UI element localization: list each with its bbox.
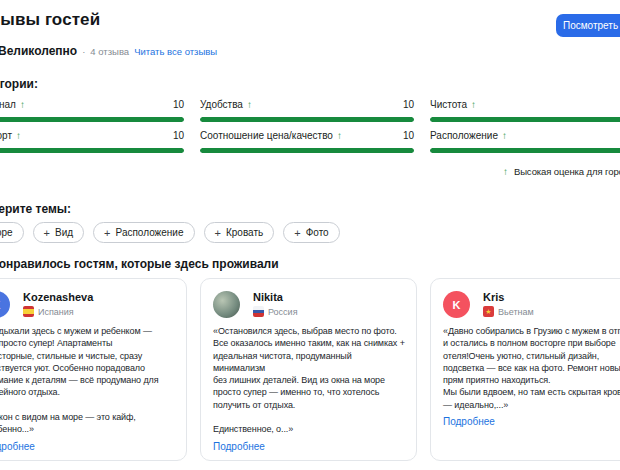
review-text: «Остановился здесь, выбрав место по фото…	[213, 325, 406, 436]
separator-dot: ·	[82, 46, 85, 57]
category-value: 10	[403, 99, 414, 110]
page: Отзывы гостей Посмотреть места Великолеп…	[0, 0, 620, 470]
reviews-count: 4 отзыва	[90, 46, 129, 57]
theme-pill-view[interactable]: + Вид	[33, 222, 85, 243]
avatar: K	[443, 291, 470, 318]
reviewer-name: Nikita	[253, 291, 298, 304]
up-arrow-icon: ↑	[16, 130, 21, 141]
category-label: Соотношение цена/качество	[200, 130, 333, 141]
review-card: K Kozenasheva Испания «Отдыхали здесь с …	[0, 278, 187, 461]
high-rating-note: ↑ Высокая оценка для города Кобулети	[503, 166, 620, 177]
reviewer-name: Kris	[483, 291, 534, 304]
rating-bar	[0, 148, 184, 153]
review-text: «Давно собирались в Грузию с мужем в отп…	[443, 325, 620, 411]
themes-label: Выберите темы:	[0, 202, 71, 216]
review-cards: K Kozenasheva Испания «Отдыхали здесь с …	[0, 278, 620, 461]
russia-flag-icon	[253, 306, 264, 317]
review-card: K Kris ★ Вьетнам «Давно собирались в Гру…	[430, 278, 620, 461]
theme-pill-location[interactable]: + Расположение	[93, 222, 194, 243]
review-text: «Отдыхали здесь с мужем и ребенком — это…	[0, 325, 176, 436]
avatar: K	[0, 291, 10, 318]
avatar-photo	[213, 291, 240, 318]
theme-pills: + Море + Вид + Расположение + Кровать + …	[0, 222, 340, 243]
up-arrow-icon: ↑	[471, 99, 476, 110]
category-label: Удобства	[200, 99, 243, 110]
up-arrow-icon: ↑	[20, 99, 25, 110]
rating-bar	[0, 117, 184, 122]
plus-icon: +	[294, 227, 300, 239]
rating-bar	[430, 148, 620, 153]
category-value: 10	[173, 99, 184, 110]
plus-icon: +	[44, 227, 50, 239]
read-all-reviews-link[interactable]: Читать все отзывы	[134, 46, 217, 57]
spain-flag-icon	[23, 306, 34, 317]
categories-label: Категории:	[0, 77, 38, 91]
rating-bar	[200, 148, 414, 153]
rating-categories-grid: Персонал↑ 10 Удобства↑ 10 Чистота↑ 10	[0, 99, 620, 153]
up-arrow-icon: ↑	[503, 166, 508, 177]
category-value: 10	[403, 130, 414, 141]
category-label: Расположение	[430, 130, 498, 141]
reviewer-country: Россия	[268, 307, 298, 317]
reviewer-country: Вьетнам	[498, 307, 534, 317]
plus-icon: +	[215, 227, 221, 239]
rating-category-price-quality: Соотношение цена/качество↑ 10	[200, 130, 414, 153]
liked-heading: Понравилось гостям, которые здесь прожив…	[0, 257, 279, 271]
theme-pill-sea[interactable]: + Море	[0, 222, 24, 243]
category-label: Комфорт	[0, 130, 12, 141]
reviewer-name: Kozenasheva	[23, 291, 93, 304]
rating-category-location: Расположение↑ 10	[430, 130, 620, 153]
theme-pill-bed[interactable]: + Кровать	[204, 222, 275, 243]
up-arrow-icon: ↑	[502, 130, 507, 141]
plus-icon: +	[104, 227, 110, 239]
guest-reviews-section: Отзывы гостей Посмотреть места Великолеп…	[0, 0, 620, 470]
category-label: Персонал	[0, 99, 16, 110]
high-rating-note-text: Высокая оценка для города Кобулети	[514, 166, 620, 177]
vietnam-flag-icon: ★	[483, 306, 494, 317]
rating-word: Великолепно	[0, 44, 77, 58]
up-arrow-icon: ↑	[337, 130, 342, 141]
category-value: 10	[173, 130, 184, 141]
page-title: Отзывы гостей	[0, 10, 100, 30]
rating-category-comfort: Комфорт↑ 10	[0, 130, 184, 153]
rating-category-staff: Персонал↑ 10	[0, 99, 184, 122]
rating-bar	[200, 117, 414, 122]
theme-pill-photo[interactable]: + Фото	[283, 222, 339, 243]
rating-bar	[430, 117, 620, 122]
review-card: Nikita Россия «Остановился здесь, выбрав…	[200, 278, 417, 461]
more-link[interactable]: Подробнее	[213, 441, 265, 452]
category-label: Чистота	[430, 99, 467, 110]
rating-summary: Великолепно · 4 отзыва Читать все отзывы	[0, 44, 217, 58]
reviewer-country: Испания	[38, 307, 74, 317]
view-places-button[interactable]: Посмотреть места	[556, 14, 620, 37]
more-link[interactable]: Подробнее	[443, 416, 495, 427]
rating-category-cleanliness: Чистота↑ 10	[430, 99, 620, 122]
rating-category-amenities: Удобства↑ 10	[200, 99, 414, 122]
up-arrow-icon: ↑	[247, 99, 252, 110]
more-link[interactable]: Подробнее	[0, 441, 35, 452]
